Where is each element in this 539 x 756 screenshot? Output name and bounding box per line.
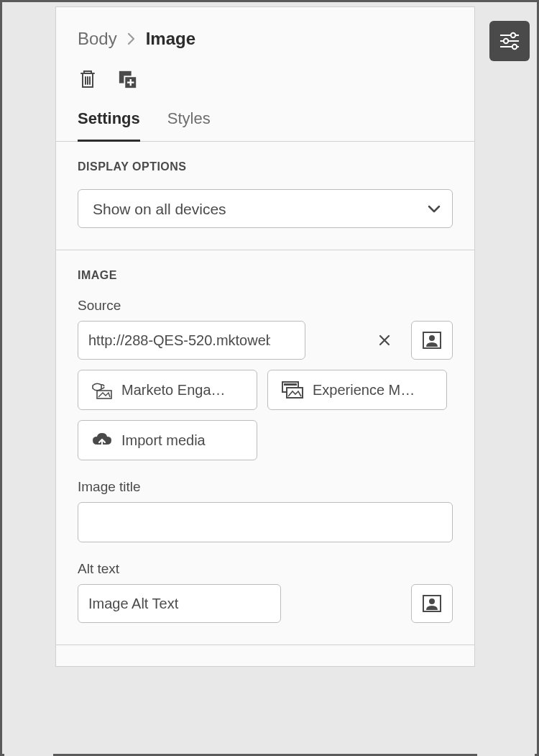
- image-title-input[interactable]: [78, 502, 453, 542]
- svg-point-15: [512, 45, 517, 49]
- trash-icon: [78, 69, 97, 89]
- import-media-button[interactable]: Import media: [78, 420, 257, 460]
- person-icon: [422, 331, 442, 350]
- personalization-button-alt[interactable]: [411, 584, 453, 623]
- chevron-right-icon: [127, 32, 136, 45]
- svg-point-3: [429, 335, 435, 341]
- alt-text-input[interactable]: [78, 584, 281, 623]
- source-input[interactable]: [78, 321, 305, 360]
- person-icon: [422, 594, 442, 613]
- tabs: Settings Styles: [56, 109, 474, 142]
- tab-settings[interactable]: Settings: [78, 109, 140, 142]
- tab-styles[interactable]: Styles: [167, 109, 211, 142]
- alt-text-label: Alt text: [78, 561, 453, 577]
- experience-label: Experience M…: [313, 382, 415, 399]
- image-title-label: Image title: [78, 479, 453, 495]
- display-options-select[interactable]: Show on all devices: [78, 189, 453, 228]
- import-label: Import media: [121, 432, 206, 449]
- section-title-display: DISPLAY OPTIONS: [78, 160, 453, 173]
- sliders-icon: [499, 32, 520, 50]
- breadcrumb: Body Image: [78, 29, 453, 49]
- breadcrumb-current: Image: [146, 29, 195, 49]
- close-icon: [378, 334, 391, 347]
- svg-rect-6: [284, 383, 297, 386]
- duplicate-button[interactable]: [118, 69, 138, 89]
- breadcrumb-parent[interactable]: Body: [78, 29, 117, 49]
- svg-point-9: [429, 598, 435, 604]
- svg-point-13: [504, 39, 508, 43]
- clear-button[interactable]: [378, 334, 391, 347]
- marketo-assets-button[interactable]: Marketo Enga…: [78, 370, 257, 410]
- svg-point-11: [511, 33, 515, 37]
- experience-manager-button[interactable]: Experience M…: [267, 370, 447, 410]
- megaphone-image-icon: [91, 381, 113, 399]
- panel-settings-button[interactable]: [489, 21, 530, 61]
- properties-panel: Body Image: [55, 6, 475, 667]
- personalization-button-source[interactable]: [411, 321, 453, 360]
- images-icon: [281, 381, 304, 399]
- delete-button[interactable]: [78, 69, 98, 89]
- image-section: IMAGE Source: [56, 250, 474, 645]
- marketo-label: Marketo Enga…: [121, 382, 226, 399]
- section-title-image: IMAGE: [78, 269, 453, 282]
- cloud-upload-icon: [91, 432, 113, 449]
- duplicate-icon: [118, 69, 138, 89]
- source-label: Source: [78, 298, 453, 314]
- display-options-section: DISPLAY OPTIONS Show on all devices: [56, 142, 474, 250]
